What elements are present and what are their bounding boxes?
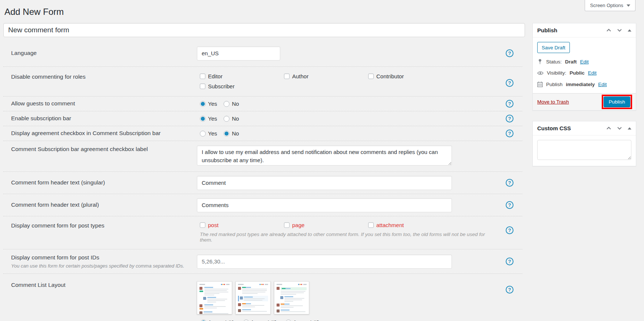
calendar-icon [537, 81, 543, 87]
agreement-no-radio[interactable] [224, 131, 229, 137]
move-down-chevron-icon[interactable] [617, 29, 622, 32]
publish-box-title: Publish [537, 27, 557, 33]
subscription-bar-label: Enable subscription bar [3, 115, 197, 122]
layout-3-radio[interactable] [285, 320, 291, 321]
language-input[interactable] [197, 46, 280, 60]
visibility-eye-icon [537, 71, 544, 75]
help-icon[interactable]: ? [506, 179, 513, 187]
role-editor-option[interactable]: Editor [200, 73, 284, 79]
visibility-label: Visibility: [547, 70, 566, 76]
guests-yes-option[interactable]: Yes [200, 101, 217, 107]
form-title-input[interactable] [3, 23, 525, 37]
publish-time-value: immediately [566, 82, 595, 87]
agreement-yes-radio[interactable] [200, 131, 206, 137]
subscription-no-radio[interactable] [224, 116, 229, 122]
collapse-triangle-icon[interactable] [628, 29, 631, 32]
visibility-row: Visibility: Public Edit [537, 70, 631, 76]
layout-1-thumbnail[interactable] [197, 281, 232, 314]
guests-no-option[interactable]: No [224, 101, 239, 107]
role-subscriber-checkbox[interactable] [200, 83, 205, 89]
help-icon[interactable]: ? [506, 201, 513, 209]
help-icon[interactable]: ? [506, 100, 513, 108]
help-icon[interactable]: ? [506, 49, 513, 57]
header-singular-input[interactable] [197, 176, 452, 190]
publish-box-body: Save Draft Status: Draft Edit Visibility… [533, 37, 636, 93]
agreement-label-textarea[interactable]: I allow to use my email address and send… [197, 145, 452, 166]
row-post-types: Display comment form for post types post… [3, 216, 522, 249]
help-icon[interactable]: ? [506, 226, 513, 234]
layout-label: Comment List Layout [3, 281, 197, 289]
guests-yes-radio[interactable] [200, 101, 206, 107]
collapse-triangle-icon[interactable] [628, 127, 631, 130]
post-types-label: Display comment form for post types [3, 222, 197, 230]
row-language: Language ? [3, 40, 522, 67]
post-type-page-option[interactable]: page [284, 222, 368, 228]
publish-button[interactable]: Publish [604, 96, 630, 107]
post-ids-sublabel: You can use this form for certain posts/… [11, 263, 197, 269]
help-icon[interactable]: ? [506, 79, 513, 87]
help-icon[interactable]: ? [506, 130, 513, 137]
help-icon[interactable]: ? [506, 115, 513, 122]
subscription-no-option[interactable]: No [224, 115, 239, 122]
post-type-post-option[interactable]: post [200, 222, 284, 228]
form-table: Language ? Disable commenting for roles … [3, 40, 522, 321]
post-type-post-checkbox[interactable] [200, 222, 205, 228]
role-author-option[interactable]: Author [284, 73, 368, 79]
custom-css-textarea[interactable] [537, 140, 631, 160]
guests-no-radio[interactable] [224, 101, 229, 107]
post-types-note: The red marked post types are already at… [200, 232, 490, 243]
roles-label: Disable commenting for roles [3, 73, 197, 81]
edit-visibility-link[interactable]: Edit [588, 70, 597, 76]
row-post-ids: Display comment form for post IDs You ca… [3, 249, 522, 274]
publish-box-header: Publish [533, 23, 636, 37]
status-row: Status: Draft Edit [537, 59, 631, 65]
post-ids-input[interactable] [197, 255, 452, 269]
move-to-trash-link[interactable]: Move to Trash [537, 99, 569, 105]
move-down-chevron-icon[interactable] [617, 127, 622, 130]
role-contributor-option[interactable]: Contributor [368, 73, 452, 79]
role-editor-checkbox[interactable] [200, 73, 205, 79]
role-author-checkbox[interactable] [284, 73, 290, 79]
move-up-chevron-icon[interactable] [606, 29, 611, 32]
row-disable-roles: Disable commenting for roles Editor Auth… [3, 67, 522, 96]
header-plural-label: Comment form header text (plural) [3, 201, 197, 209]
agreement-checkbox-label: Display agreement checkbox in Comment Su… [3, 130, 197, 137]
row-agreement-checkbox: Display agreement checkbox in Comment Su… [3, 126, 522, 141]
role-contributor-checkbox[interactable] [368, 73, 374, 79]
save-draft-button[interactable]: Save Draft [537, 42, 570, 53]
agreement-yes-option[interactable]: Yes [200, 130, 217, 137]
row-subscription-bar: Enable subscription bar Yes No ? [3, 111, 522, 126]
move-up-chevron-icon[interactable] [606, 127, 611, 130]
status-pin-icon [537, 59, 543, 65]
schedule-row: Publish immediately Edit [537, 81, 631, 87]
screen-options-button[interactable]: Screen Options [585, 0, 635, 11]
post-type-page-checkbox[interactable] [284, 222, 290, 228]
subscription-yes-option[interactable]: Yes [200, 115, 217, 122]
edit-status-link[interactable]: Edit [580, 59, 589, 65]
layout-1-option[interactable]: Layout #1 [201, 320, 234, 321]
layout-2-radio[interactable] [243, 320, 249, 321]
role-subscriber-option[interactable]: Subscriber [200, 83, 284, 89]
agreement-no-option[interactable]: No [224, 130, 239, 137]
help-icon[interactable]: ? [506, 258, 513, 265]
layout-1-radio[interactable] [201, 320, 207, 321]
screen-options-label: Screen Options [590, 3, 623, 8]
chevron-down-icon [627, 4, 630, 7]
row-comment-list-layout: Comment List Layout [3, 274, 522, 321]
layout-3-option[interactable]: Layout #3 [285, 320, 319, 321]
post-type-attachment-checkbox[interactable] [368, 222, 374, 228]
help-icon[interactable]: ? [506, 286, 513, 294]
layout-3-thumbnail[interactable] [274, 281, 309, 314]
agreement-label-label: Comment Subscription bar agreement check… [3, 145, 197, 153]
header-plural-input[interactable] [197, 198, 452, 212]
layout-2-option[interactable]: Layout #2 [243, 320, 277, 321]
header-singular-label: Comment form header text (singular) [3, 179, 197, 187]
subscription-yes-radio[interactable] [200, 116, 206, 122]
post-type-attachment-option[interactable]: attachment [368, 222, 452, 228]
edit-publish-time-link[interactable]: Edit [598, 82, 607, 87]
status-value: Draft [565, 59, 577, 65]
custom-css-box: Custom CSS [532, 121, 636, 166]
row-agreement-label: Comment Subscription bar agreement check… [3, 141, 522, 172]
row-allow-guests: Allow guests to comment Yes No ? [3, 96, 522, 111]
layout-2-thumbnail[interactable] [235, 281, 271, 314]
